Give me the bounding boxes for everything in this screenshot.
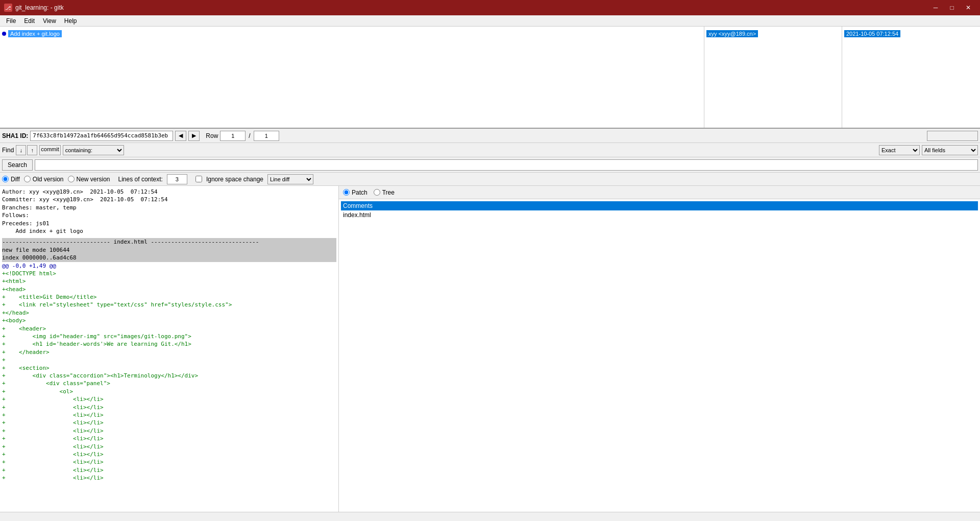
sha-row: SHA1 ID: ◀ ▶ Row / bbox=[0, 129, 980, 143]
diff-add-line: + <li></li> bbox=[2, 419, 336, 427]
commit-date-column: 2021-10-05 07:12:54 bbox=[842, 27, 980, 128]
old-version-radio[interactable] bbox=[24, 176, 31, 182]
tree-radio-group: Tree bbox=[374, 189, 395, 196]
menu-view[interactable]: View bbox=[39, 16, 60, 26]
commit-date-text[interactable]: 2021-10-05 07:12:54 bbox=[844, 30, 900, 37]
diff-add-line: + <li></li> bbox=[2, 404, 336, 411]
commit-author-text[interactable]: xyy <xyy@189.cn> bbox=[706, 30, 758, 37]
commit-author-column: xyy <xyy@189.cn> bbox=[704, 27, 842, 128]
diff-index: index 0000000..6ad4c68 bbox=[2, 254, 336, 262]
find-label: Find bbox=[2, 147, 14, 154]
maximize-button[interactable]: □ bbox=[944, 3, 960, 13]
diff-label: Diff bbox=[11, 176, 20, 183]
diff-branches: Branches: master, temp bbox=[2, 204, 336, 211]
linediff-select[interactable]: Line diff bbox=[267, 174, 313, 184]
commit-message[interactable]: Add index + git.logo bbox=[8, 30, 62, 37]
menu-edit[interactable]: Edit bbox=[20, 16, 39, 26]
sha-next-button[interactable]: ▶ bbox=[188, 131, 200, 141]
diff-header: -------------------------------- index.h… bbox=[2, 238, 336, 246]
ignore-space-checkbox[interactable] bbox=[195, 176, 202, 182]
diff-add-line: +<!DOCTYPE html> bbox=[2, 270, 336, 277]
file-item-text: index.html bbox=[343, 211, 371, 219]
diff-add-line: + <li></li> bbox=[2, 466, 336, 474]
commit-date-row[interactable]: 2021-10-05 07:12:54 bbox=[844, 29, 978, 39]
commit-dot bbox=[2, 32, 6, 36]
menu-file[interactable]: File bbox=[2, 16, 20, 26]
right-content: Comments index.html bbox=[339, 199, 980, 512]
tree-radio[interactable] bbox=[374, 189, 380, 196]
diff-add-line: + <li></li> bbox=[2, 427, 336, 435]
title-bar-text: git_learning: - gitk bbox=[15, 4, 64, 11]
new-version-radio[interactable] bbox=[68, 176, 75, 182]
diff-new-file: new file mode 100644 bbox=[2, 246, 336, 254]
context-input[interactable] bbox=[167, 174, 187, 184]
menu-help[interactable]: Help bbox=[60, 16, 81, 26]
old-version-radio-group: Old version bbox=[24, 176, 64, 183]
diff-add-line: + <h1 id='header-words'>We are learning … bbox=[2, 340, 336, 348]
search-button[interactable]: Search bbox=[2, 159, 33, 171]
diff-index-text: index 0000000..6ad4c68 bbox=[2, 254, 336, 262]
search-row: Search bbox=[0, 157, 980, 173]
patch-radio[interactable] bbox=[343, 189, 350, 196]
diff-header-text: -------------------------------- index.h… bbox=[2, 238, 336, 246]
diff-hunk: @@ -0,0 +1,49 @@ bbox=[2, 262, 336, 270]
context-label: Lines of context: bbox=[118, 176, 163, 183]
sha-prev-button[interactable]: ◀ bbox=[175, 131, 186, 141]
diff-committer: Committer: xyy <xyy@189.cn> 2021-10-05 0… bbox=[2, 196, 336, 203]
find-fields-select[interactable]: All fields bbox=[922, 145, 978, 155]
row-label: Row bbox=[206, 132, 218, 139]
diff-radio[interactable] bbox=[2, 176, 9, 182]
patch-tree-row: Patch Tree bbox=[339, 186, 980, 199]
ignore-space-label: Ignore space change bbox=[206, 176, 263, 183]
diff-add-line: + bbox=[2, 356, 336, 364]
diff-add-line: + <section> bbox=[2, 364, 336, 372]
commit-graph[interactable]: Add index + git.logo bbox=[0, 27, 704, 128]
diff-add-line: + <li></li> bbox=[2, 395, 336, 403]
diff-commit-msg: Add index + git logo bbox=[2, 227, 336, 235]
diff-add-line: +<html> bbox=[2, 277, 336, 285]
sha-input[interactable] bbox=[30, 131, 173, 141]
diff-add-line: + <div class="accordion"><h1>Terminology… bbox=[2, 372, 336, 380]
tree-label: Tree bbox=[382, 189, 395, 196]
row-total-input bbox=[254, 131, 279, 141]
comments-label: Comments bbox=[343, 202, 373, 209]
new-version-label: New version bbox=[77, 176, 110, 183]
find-type: commit bbox=[39, 145, 60, 155]
diff-precedes: Precedes: js01 bbox=[2, 220, 336, 227]
row-current-input[interactable] bbox=[220, 131, 246, 141]
close-button[interactable]: ✕ bbox=[961, 3, 976, 13]
diff-author: Author: xyy <xyy@189.cn> 2021-10-05 07:1… bbox=[2, 188, 336, 196]
diff-add-line: + <li></li> bbox=[2, 458, 336, 466]
diff-panel: Author: xyy <xyy@189.cn> 2021-10-05 07:1… bbox=[0, 186, 339, 512]
sha-label: SHA1 ID: bbox=[2, 132, 28, 139]
diff-options-row: Diff Old version New version Lines of co… bbox=[0, 173, 980, 186]
menu-bar: File Edit View Help bbox=[0, 15, 980, 27]
file-item-index-html[interactable]: index.html bbox=[341, 210, 978, 220]
diff-add-line: + <li></li> bbox=[2, 443, 336, 451]
diff-add-line: + <ol> bbox=[2, 388, 336, 395]
find-down-button[interactable]: ↓ bbox=[16, 145, 26, 155]
comments-item[interactable]: Comments bbox=[341, 201, 978, 210]
patch-label: Patch bbox=[352, 189, 368, 196]
title-bar-controls: ─ □ ✕ bbox=[928, 3, 976, 13]
commit-author-row[interactable]: xyy <xyy@189.cn> bbox=[706, 29, 840, 39]
diff-add-line: + <img id="header-img" src="images/git-l… bbox=[2, 333, 336, 340]
diff-add-line: + <li></li> bbox=[2, 435, 336, 442]
find-row: Find ↓ ↑ commit containing: Exact All fi… bbox=[0, 143, 980, 157]
find-up-button[interactable]: ↑ bbox=[27, 145, 37, 155]
diff-add-line: + <li></li> bbox=[2, 411, 336, 419]
find-filter-select[interactable]: containing: bbox=[63, 145, 124, 155]
new-version-radio-group: New version bbox=[68, 176, 110, 183]
search-input[interactable] bbox=[35, 159, 978, 171]
diff-follows: Follows: bbox=[2, 211, 336, 219]
diff-add-line: + <title>Git Demo</title> bbox=[2, 293, 336, 301]
diff-add-line: + <link rel="stylesheet" type="text/css"… bbox=[2, 301, 336, 309]
diff-lines-container: +<!DOCTYPE html>+<html>+<head>+ <title>G… bbox=[2, 270, 336, 482]
diff-add-line: +</head> bbox=[2, 309, 336, 317]
commit-row[interactable]: Add index + git.logo bbox=[2, 29, 702, 39]
find-exact-select[interactable]: Exact bbox=[879, 145, 920, 155]
row-slash: / bbox=[249, 132, 250, 139]
diff-content[interactable]: Author: xyy <xyy@189.cn> 2021-10-05 07:1… bbox=[0, 186, 338, 512]
old-version-label: Old version bbox=[33, 176, 64, 183]
minimize-button[interactable]: ─ bbox=[928, 3, 943, 13]
